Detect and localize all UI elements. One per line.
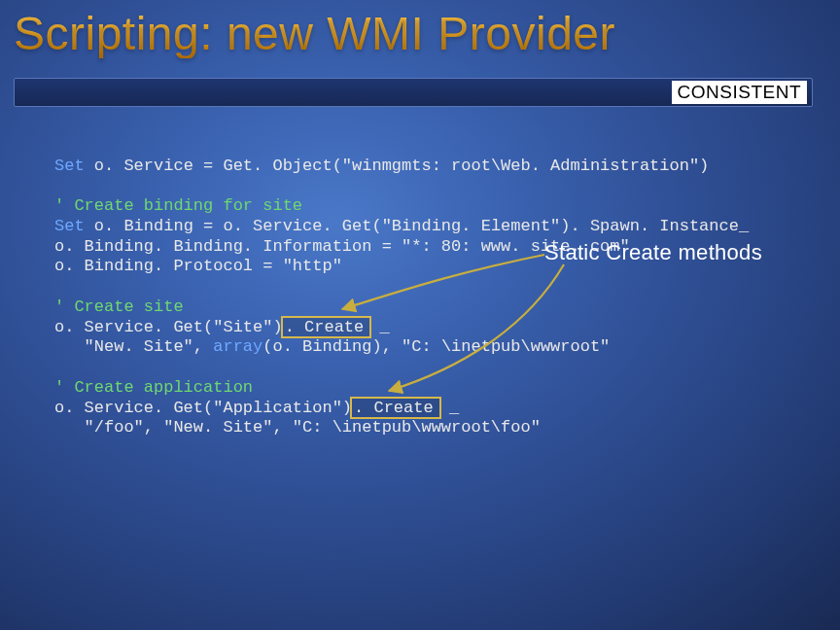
highlight-create-2: . Create [350, 397, 441, 419]
code-text: o. Service = Get. Object("winmgmts: root… [85, 157, 710, 175]
highlight-create-1: . Create [281, 316, 372, 338]
code-text: o. Binding. Protocol = "http" [54, 257, 342, 275]
keyword: Set [54, 217, 85, 235]
consistency-badge: CONSISTENT [672, 81, 807, 104]
code-text: _ [439, 399, 459, 417]
comment: ' Create site [54, 298, 184, 316]
code-text: o. Binding = o. Service. Get("Binding. E… [85, 217, 750, 235]
slide-title: Scripting: new WMI Provider [14, 10, 615, 58]
code-text: "New. Site", [54, 337, 213, 356]
keyword: array [213, 337, 262, 356]
code-text: o. Service. Get("Site") [54, 318, 283, 336]
annotation-label: Static Create methods [544, 240, 762, 265]
code-text: _ [369, 318, 389, 336]
comment: ' Create application [54, 378, 253, 397]
code-block: Set o. Service = Get. Object("winmgmts: … [54, 136, 749, 438]
code-text: o. Binding. Binding. Information = "*: 8… [54, 237, 630, 256]
comment: ' Create binding for site [54, 196, 302, 215]
code-text: (o. Binding), "C: \inetpub\wwwroot" [262, 337, 610, 356]
keyword: Set [54, 157, 85, 175]
code-text: o. Service. Get("Application") [54, 399, 352, 417]
code-text: "/foo", "New. Site", "C: \inetpub\wwwroo… [54, 418, 541, 437]
